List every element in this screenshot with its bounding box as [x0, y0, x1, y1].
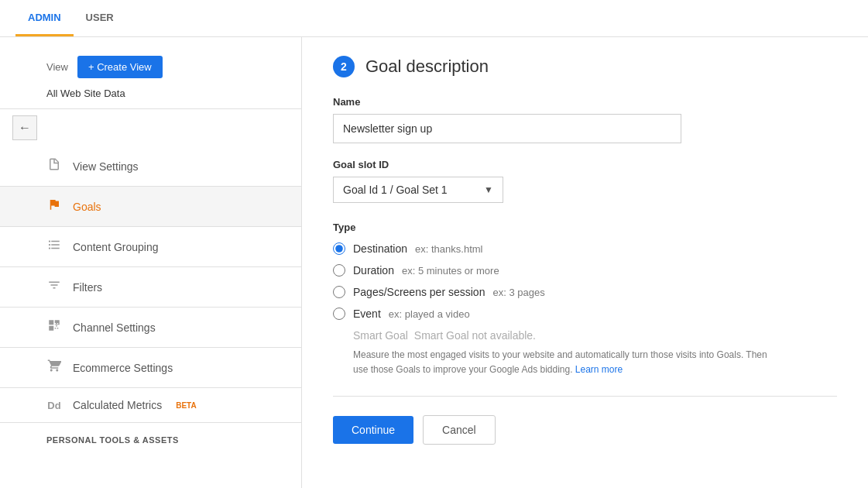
back-btn-wrapper: ←: [0, 109, 301, 146]
step-circle: 2: [333, 56, 355, 77]
sidebar-item-filters[interactable]: Filters: [0, 267, 301, 308]
radio-duration[interactable]: [333, 264, 345, 277]
radio-destination-label: Destination: [353, 242, 407, 255]
ecommerce-settings-icon: [46, 359, 62, 376]
name-input[interactable]: [333, 114, 681, 143]
radio-pages[interactable]: [333, 286, 345, 298]
filters-label: Filters: [73, 281, 102, 294]
action-row: Continue Cancel: [333, 415, 837, 445]
sidebar-item-view-settings[interactable]: View Settings: [0, 146, 301, 187]
type-section: Type Destination ex: thanks.html Duratio…: [333, 222, 837, 377]
smart-goal-desc: Smart Goal not available.: [414, 329, 536, 342]
radio-row-event: Event ex: played a video: [333, 308, 837, 320]
goal-slot-label: Goal slot ID: [333, 159, 837, 170]
radio-destination-example: ex: thanks.html: [415, 243, 482, 255]
goals-icon: [46, 198, 62, 215]
calculated-metrics-icon: Dd: [46, 400, 62, 411]
radio-event-label: Event: [353, 308, 381, 320]
channel-settings-icon: [46, 318, 62, 336]
type-label: Type: [333, 222, 837, 233]
smart-goal-info-text: Measure the most engaged visits to your …: [353, 349, 767, 375]
main-layout: View + Create View All Web Site Data ← V…: [0, 37, 868, 488]
tab-admin[interactable]: ADMIN: [15, 1, 74, 36]
smart-goal-row: Smart Goal Smart Goal not available.: [333, 329, 837, 342]
goal-slot-dropdown[interactable]: Goal Id 1 / Goal Set 1 ▼: [333, 177, 503, 203]
back-button[interactable]: ←: [12, 115, 37, 140]
view-settings-label: View Settings: [73, 160, 139, 173]
ecommerce-settings-label: Ecommerce Settings: [73, 362, 173, 374]
step-title: Goal description: [365, 57, 489, 77]
content-grouping-icon: [46, 238, 62, 256]
filters-icon: [46, 278, 62, 296]
continue-button[interactable]: Continue: [333, 416, 413, 444]
radio-row-pages: Pages/Screens per session ex: 3 pages: [333, 286, 837, 298]
radio-row-duration: Duration ex: 5 minutes or more: [333, 264, 837, 277]
cancel-button[interactable]: Cancel: [423, 415, 496, 445]
radio-duration-example: ex: 5 minutes or more: [402, 265, 499, 277]
dropdown-arrow-icon: ▼: [484, 184, 493, 195]
view-settings-icon: [46, 157, 62, 175]
action-divider: [333, 396, 837, 397]
sidebar-item-calculated-metrics[interactable]: Dd Calculated Metrics BETA: [0, 388, 301, 423]
sidebar: View + Create View All Web Site Data ← V…: [0, 37, 302, 488]
view-row: View + Create View: [0, 50, 301, 84]
view-label: View: [46, 61, 68, 73]
calculated-metrics-label: Calculated Metrics: [73, 399, 162, 411]
content-grouping-label: Content Grouping: [73, 241, 159, 253]
site-data-label: All Web Site Data: [0, 84, 301, 108]
learn-more-link[interactable]: Learn more: [575, 364, 623, 375]
name-field-wrapper: Name: [333, 96, 837, 143]
tab-user[interactable]: USER: [74, 1, 126, 36]
radio-row-destination: Destination ex: thanks.html: [333, 242, 837, 255]
create-view-button[interactable]: + Create View: [77, 56, 163, 78]
radio-event-example: ex: played a video: [389, 308, 470, 320]
top-navigation: ADMIN USER: [0, 0, 868, 37]
sidebar-item-channel-settings[interactable]: Channel Settings: [0, 308, 301, 348]
sidebar-item-ecommerce-settings[interactable]: Ecommerce Settings: [0, 348, 301, 388]
radio-duration-label: Duration: [353, 264, 394, 277]
goals-label: Goals: [73, 201, 101, 213]
smart-goal-info: Measure the most engaged visits to your …: [333, 348, 782, 377]
radio-pages-label: Pages/Screens per session: [353, 286, 485, 298]
goal-slot-value: Goal Id 1 / Goal Set 1: [343, 184, 448, 196]
beta-badge: BETA: [176, 401, 196, 410]
radio-event[interactable]: [333, 308, 345, 320]
personal-tools-header: PERSONAL TOOLS & ASSETS: [0, 423, 301, 451]
radio-destination[interactable]: [333, 242, 345, 255]
channel-settings-label: Channel Settings: [73, 321, 156, 334]
content-area: 2 Goal description Name Goal slot ID Goa…: [302, 37, 868, 488]
sidebar-item-content-grouping[interactable]: Content Grouping: [0, 227, 301, 267]
name-label: Name: [333, 96, 837, 108]
step-header: 2 Goal description: [333, 56, 837, 77]
goal-slot-section: Goal slot ID Goal Id 1 / Goal Set 1 ▼: [333, 159, 837, 203]
sidebar-item-goals[interactable]: Goals: [0, 187, 301, 227]
smart-goal-label: Smart Goal: [353, 329, 408, 342]
radio-pages-example: ex: 3 pages: [492, 287, 544, 298]
